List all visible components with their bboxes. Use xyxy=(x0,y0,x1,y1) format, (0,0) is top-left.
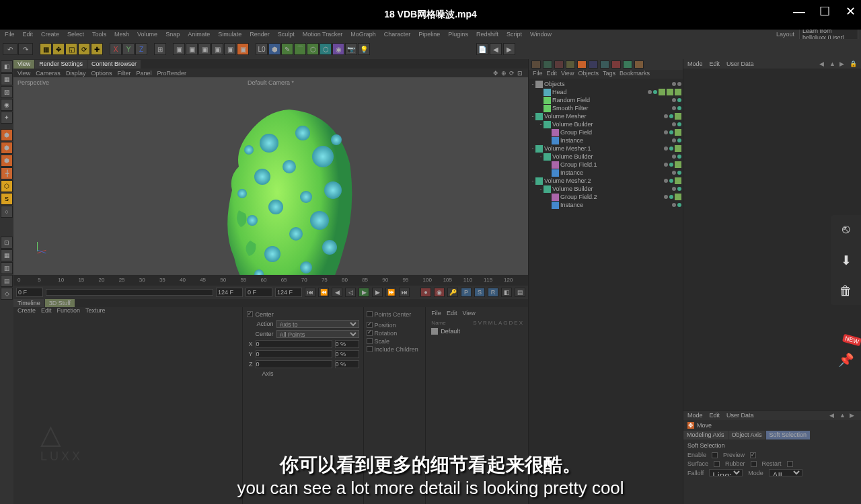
attr-menu-edit[interactable]: Edit xyxy=(710,60,720,67)
visibility-dot-icon[interactable] xyxy=(672,138,676,142)
points-mode-icon[interactable]: ⬢ xyxy=(1,129,13,141)
z-input[interactable] xyxy=(256,360,332,368)
attr2-menu-userdata[interactable]: User Data xyxy=(726,412,754,419)
prev-key-icon[interactable]: ⏪ xyxy=(318,288,329,297)
undo-button[interactable]: ↶ xyxy=(3,43,17,55)
live-select-icon[interactable]: ▦ xyxy=(40,43,52,55)
texture-mode-icon[interactable]: ▦ xyxy=(1,73,13,85)
last-tool-icon[interactable]: ✚ xyxy=(91,43,103,55)
goto-start-icon[interactable]: ⏮ xyxy=(305,288,315,297)
deformer-icon[interactable]: ⬡ xyxy=(320,43,332,55)
visibility-dot-icon[interactable] xyxy=(669,130,673,134)
vp-menu-display[interactable]: Display xyxy=(66,70,86,77)
object-tag-icon[interactable] xyxy=(675,113,681,120)
attr2-prev-icon[interactable]: ◀ xyxy=(829,412,837,419)
vp-menu-panel[interactable]: Panel xyxy=(136,70,151,77)
visibility-dot-icon[interactable] xyxy=(648,90,652,94)
key-rot-icon[interactable]: R xyxy=(488,288,498,297)
attr-up-icon[interactable]: ▲ xyxy=(829,60,837,67)
environment-icon[interactable]: ◉ xyxy=(332,43,344,55)
object-name[interactable]: Group Field xyxy=(560,129,661,136)
render-region-icon[interactable]: ▣ xyxy=(198,43,211,55)
object-tag-icon[interactable] xyxy=(675,89,681,95)
x-input[interactable] xyxy=(256,340,332,348)
tree-toggle-icon[interactable]: - xyxy=(530,113,535,120)
center-check[interactable] xyxy=(247,311,253,317)
animation-mode-icon[interactable]: ✦ xyxy=(1,112,13,124)
attr-menu-userdata[interactable]: User Data xyxy=(726,60,754,67)
tree-toggle-icon[interactable]: - xyxy=(530,177,535,184)
vp-max-icon[interactable]: ⊡ xyxy=(517,70,524,77)
coord-system-icon[interactable]: ⊞ xyxy=(154,43,166,55)
object-name[interactable]: Volume Mesher.1 xyxy=(544,145,661,152)
menu-render[interactable]: Render xyxy=(248,31,272,38)
object-name[interactable]: Volume Builder xyxy=(552,153,669,160)
viewport-3d[interactable]: Perspective Default Camera * xyxy=(13,77,528,275)
object-name[interactable]: Volume Mesher.2 xyxy=(544,177,661,184)
current-frame-input[interactable] xyxy=(246,288,272,297)
visibility-dot-icon[interactable] xyxy=(664,195,668,199)
frame-end-input[interactable] xyxy=(216,288,243,297)
points-center-check[interactable] xyxy=(367,311,373,317)
om-icon-3[interactable] xyxy=(554,60,564,69)
polys-mode-icon[interactable]: ⬢ xyxy=(1,155,13,167)
tree-toggle-icon[interactable]: - xyxy=(530,81,535,87)
light-icon[interactable]: 💡 xyxy=(358,43,370,55)
menu-pipeline[interactable]: Pipeline xyxy=(416,31,442,38)
goto-end-icon[interactable]: ⏭ xyxy=(399,288,410,297)
timeline-scrub[interactable] xyxy=(46,289,213,296)
download-icon[interactable]: ⬇ xyxy=(839,253,854,267)
tree-row[interactable]: Group Field xyxy=(530,128,681,136)
visibility-dot-icon[interactable] xyxy=(672,187,676,191)
object-tag-icon[interactable] xyxy=(675,194,681,200)
om-menu-tags[interactable]: Tags xyxy=(603,70,615,79)
new-doc-icon[interactable]: 📄 xyxy=(476,43,488,55)
falloff-dd[interactable]: Linear xyxy=(709,469,743,476)
menu-motiontracker[interactable]: Motion Tracker xyxy=(301,31,345,38)
tab-render-settings[interactable]: Render Settings xyxy=(35,60,87,69)
enable-check[interactable] xyxy=(712,452,718,458)
autokey-icon[interactable]: ◉ xyxy=(434,288,445,297)
share-icon[interactable]: ⎋ xyxy=(839,222,854,237)
tree-toggle-icon[interactable]: - xyxy=(538,185,544,192)
cube-primitive-icon[interactable]: ⬢ xyxy=(268,43,280,55)
range-end-input[interactable] xyxy=(275,288,302,297)
tree-toggle-icon[interactable]: - xyxy=(538,121,544,128)
menu-redshift[interactable]: Redshift xyxy=(474,31,500,38)
snap-grid-icon[interactable]: ▦ xyxy=(1,249,13,261)
visibility-dot-icon[interactable] xyxy=(672,82,676,86)
null-object-icon[interactable]: L0 xyxy=(256,43,268,55)
mat-menu-function[interactable]: Function xyxy=(57,307,81,316)
snap-guide-icon[interactable]: ▥ xyxy=(1,262,13,274)
delete-icon[interactable]: 🗑 xyxy=(839,284,854,298)
vp-rotate-icon[interactable]: ⟳ xyxy=(509,70,516,77)
tree-row[interactable]: Group Field.1 xyxy=(530,161,681,169)
scale-tool-icon[interactable]: ◱ xyxy=(65,43,77,55)
om-icon-10[interactable] xyxy=(634,60,644,69)
menu-mesh[interactable]: Mesh xyxy=(112,31,131,38)
key-selection-icon[interactable]: 🔑 xyxy=(447,288,458,297)
tree-row[interactable]: Instance xyxy=(530,136,681,144)
vp-menu-filter[interactable]: Filter xyxy=(117,70,130,77)
om-menu-objects[interactable]: Objects xyxy=(578,70,599,79)
play-backward-icon[interactable]: ◁ xyxy=(345,288,356,297)
tree-row[interactable]: -Volume Builder xyxy=(530,153,681,161)
x-pct[interactable] xyxy=(335,340,359,348)
visibility-dot-icon[interactable] xyxy=(664,146,668,151)
visibility-dot-icon[interactable] xyxy=(672,171,676,175)
object-name[interactable]: Group Field.2 xyxy=(560,194,661,200)
include-check[interactable] xyxy=(367,346,373,352)
attr2-up-icon[interactable]: ▲ xyxy=(839,412,847,419)
frame-start-input[interactable] xyxy=(16,288,43,297)
object-name[interactable]: Head xyxy=(552,89,645,95)
render-active-icon[interactable]: ▣ xyxy=(211,43,223,55)
visibility-dot-icon[interactable] xyxy=(669,114,673,118)
visibility-dot-icon[interactable] xyxy=(669,163,673,167)
lr-menu-edit[interactable]: Edit xyxy=(447,310,457,319)
om-menu-file[interactable]: File xyxy=(533,70,543,79)
tree-toggle-icon[interactable]: - xyxy=(530,145,535,152)
menu-tools[interactable]: Tools xyxy=(90,31,108,38)
menu-edit[interactable]: Edit xyxy=(21,31,36,38)
menu-snap[interactable]: Snap xyxy=(163,31,182,38)
y-pct[interactable] xyxy=(335,350,359,358)
